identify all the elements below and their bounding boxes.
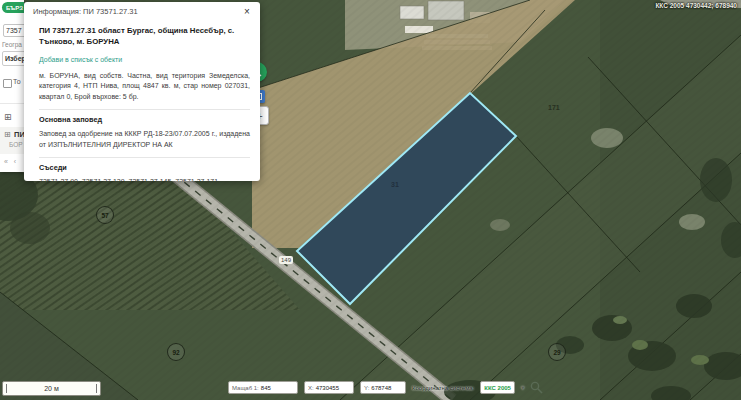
- marker-label: 57: [101, 212, 108, 219]
- add-to-list-link[interactable]: Добави в списък с обекти: [39, 56, 122, 63]
- parcel-point-marker: 29: [548, 343, 566, 361]
- parcel-details-text: м. БОРУНА, вид собств. Частна, вид терит…: [39, 71, 250, 104]
- status-bar: Мащаб 1: 845 X: 4730455 Y: 678748 Коорди…: [228, 380, 543, 395]
- parcel-point-marker: 57: [96, 206, 114, 224]
- scale-bar-tick: [6, 384, 7, 393]
- crs-value: ККС 2005: [484, 385, 511, 391]
- result-sublabel: БОР: [9, 141, 23, 148]
- y-value[interactable]: 678748: [371, 385, 391, 391]
- close-icon[interactable]: ×: [241, 5, 253, 17]
- popup-content: ПИ 73571.27.31 област Бургас, община Нес…: [24, 19, 260, 181]
- marker-label: 92: [172, 349, 179, 356]
- road-number-label: 149: [279, 256, 293, 264]
- scale-bar-tick: [96, 384, 97, 393]
- search-panel: БЪРЗ 7357 Геогра Избер То ⊞ ⊞ ПИ БОР « ‹: [0, 0, 24, 172]
- mouse-coordinate-readout: ККС 2005 4730442; 678940: [655, 2, 737, 9]
- kais-cadastre-app: ККС 2005 4730442; 678940 171 31 149 57 9…: [0, 0, 741, 400]
- quick-search-label: БЪРЗ: [6, 5, 23, 11]
- popup-header: Информация: ПИ 73571.27.31 ×: [24, 2, 260, 19]
- coordinate-search-button[interactable]: [530, 381, 543, 394]
- grid-icon: ⊞: [4, 130, 11, 139]
- panel-divider: [0, 103, 24, 104]
- parcel-title: ПИ 73571.27.31 област Бургас, община Нес…: [39, 25, 250, 48]
- y-coordinate-input[interactable]: Y: 678748: [360, 381, 406, 394]
- marker-label: 29: [553, 349, 560, 356]
- scale-value[interactable]: 845: [261, 385, 271, 391]
- x-value[interactable]: 4730455: [316, 385, 339, 391]
- parcel-point-marker: 92: [167, 343, 185, 361]
- order-section-title: Основна заповед: [39, 109, 250, 124]
- x-label: X:: [308, 385, 314, 391]
- geography-label: Геогра: [2, 41, 22, 48]
- area-select-value: Избер: [5, 55, 24, 62]
- popup-header-title: Информация: ПИ 73571.27.31: [33, 7, 138, 16]
- topo-checkbox-label: То: [13, 78, 21, 85]
- x-coordinate-input[interactable]: X: 4730455: [304, 381, 354, 394]
- neighbor-parcel-number: 171: [548, 104, 560, 111]
- chevron-down-icon[interactable]: ▾: [521, 384, 525, 392]
- parcel-info-popup: Информация: ПИ 73571.27.31 × ПИ 73571.27…: [24, 2, 260, 181]
- map-scale-input[interactable]: Мащаб 1: 845: [228, 381, 298, 394]
- scale-bar: 20 м: [2, 381, 101, 396]
- topo-checkbox[interactable]: [3, 79, 12, 88]
- search-result-item[interactable]: ⊞ ПИ БОР: [0, 127, 24, 154]
- y-label: Y:: [364, 385, 369, 391]
- scale-bar-label: 20 м: [44, 385, 59, 392]
- order-text: Заповед за одобрение на КККР РД-18-23/07…: [39, 129, 250, 151]
- grid-icon: ⊞: [4, 112, 12, 122]
- crs-selector[interactable]: ККС 2005: [480, 381, 515, 394]
- selected-parcel-number: 31: [391, 181, 399, 188]
- pager-arrows-icon[interactable]: « ‹: [4, 158, 18, 165]
- neighbors-list: 73571.27.90, 73571.27.129, 73571.27.145,…: [39, 177, 250, 181]
- quick-search-button[interactable]: БЪРЗ: [2, 2, 24, 13]
- parcel-number-input[interactable]: 7357: [3, 24, 24, 37]
- result-label: ПИ: [14, 130, 24, 139]
- parcel-number-value: 7357: [6, 27, 22, 34]
- area-select[interactable]: Избер: [2, 51, 24, 66]
- neighbors-section-title: Съседи: [39, 157, 250, 172]
- crs-label: Координатна система:: [412, 385, 474, 391]
- scale-label: Мащаб 1:: [232, 385, 259, 391]
